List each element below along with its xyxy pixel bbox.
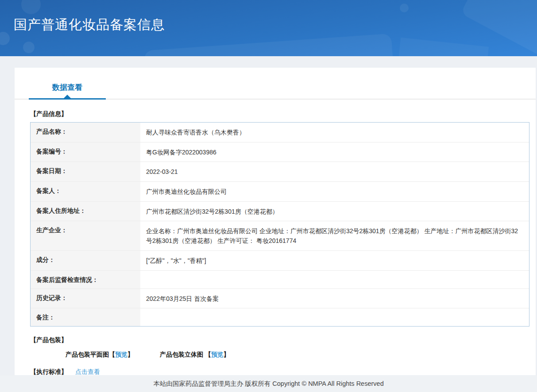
row-value: 2022-03-21 — [140, 162, 529, 181]
row-value — [140, 308, 529, 326]
table-row: 备案后监督检查情况： — [31, 271, 529, 289]
page-title: 国产普通化妆品备案信息 — [14, 16, 165, 34]
standards-view-link[interactable]: 点击查看 — [75, 368, 100, 375]
packaging-flat-label: 产品包装平面图 — [66, 351, 109, 358]
packaging-flat-item: 产品包装平面图【预览】 — [66, 351, 134, 358]
row-value: 2022年03月25日 首次备案 — [140, 289, 529, 308]
row-label: 备案后监督检查情况： — [31, 271, 140, 288]
row-label: 备案人住所地址： — [31, 202, 140, 221]
row-value: 广州市花都区清沙街32号2栋301房（空港花都） — [140, 202, 529, 221]
table-row: 成分： ["乙醇"，"水"，"香精"] — [31, 251, 529, 271]
table-row: 备案日期： 2022-03-21 — [31, 162, 529, 182]
row-label: 成分： — [31, 251, 140, 270]
packaging-stereo-label: 产品包装立体图 — [160, 351, 205, 358]
table-row: 产品名称： 耐人寻味众香寄语香水（乌木樊香） — [31, 123, 529, 142]
tab-data-view-label: 数据查看 — [52, 83, 82, 92]
header-decoration-circle-3 — [23, 42, 35, 53]
header-decoration-polygon-2 — [397, 38, 489, 56]
packaging-flat-preview-link[interactable]: 预览 — [115, 351, 127, 358]
bracket-close: 】 — [224, 351, 230, 358]
row-label: 生产企业： — [31, 221, 140, 250]
header-decoration-circle-2 — [0, 32, 10, 45]
tab-bar: 数据查看 — [15, 68, 536, 100]
row-value: 粤G妆网备字2022003986 — [140, 142, 529, 162]
standards-row: 【执行标准】 点击查看 — [30, 368, 536, 376]
table-row: 备案编号： 粤G妆网备字2022003986 — [31, 142, 529, 162]
header-decoration-band — [144, 34, 396, 56]
row-value: 广州市奥迪丝化妆品有限公司 — [140, 182, 529, 201]
table-row: 历史记录： 2022年03月25日 首次备案 — [31, 289, 529, 309]
page-header: 国产普通化妆品备案信息 — [0, 0, 537, 56]
row-label: 备注： — [31, 308, 140, 326]
row-label: 产品名称： — [31, 123, 140, 142]
header-decoration-circle-4 — [400, 4, 409, 12]
tab-active-triangle-icon — [64, 95, 71, 98]
row-label: 备案人： — [31, 182, 140, 201]
table-row: 备注： — [31, 308, 529, 326]
table-row: 备案人： 广州市奥迪丝化妆品有限公司 — [31, 182, 529, 202]
row-label: 备案日期： — [31, 162, 140, 181]
product-info-section-title: 【产品信息】 — [30, 110, 536, 118]
packaging-section-title: 【产品包装】 — [30, 336, 536, 344]
table-row: 备案人住所地址： 广州市花都区清沙街32号2栋301房（空港花都） — [31, 202, 529, 222]
table-row: 生产企业： 企业名称：广州市奥迪丝化妆品有限公司 企业地址：广州市花都区清沙街3… — [31, 221, 529, 250]
row-value — [140, 271, 529, 288]
packaging-stereo-item: 产品包装立体图 【预览】 — [160, 351, 230, 358]
row-label: 备案编号： — [31, 142, 140, 162]
packaging-links-row: 产品包装平面图【预览】 产品包装立体图 【预览】 — [66, 351, 536, 359]
page-footer: 本站由国家药品监督管理局主办 版权所有 Copyright © NMPA All… — [0, 376, 537, 392]
header-decoration-circle-1 — [21, 0, 41, 14]
footer-copyright-text: 本站由国家药品监督管理局主办 版权所有 Copyright © NMPA All… — [153, 380, 383, 387]
bracket-open: 【 — [109, 351, 115, 358]
bracket-close: 】 — [127, 351, 134, 358]
row-value: ["乙醇"，"水"，"香精"] — [140, 251, 529, 270]
bracket-open: 【 — [205, 351, 211, 358]
row-label: 历史记录： — [31, 289, 140, 308]
packaging-stereo-preview-link[interactable]: 预览 — [211, 351, 224, 358]
row-value: 耐人寻味众香寄语香水（乌木樊香） — [140, 123, 529, 142]
tab-data-view[interactable]: 数据查看 — [29, 82, 106, 100]
standards-section-title: 【执行标准】 — [30, 368, 67, 376]
row-value: 企业名称：广州市奥迪丝化妆品有限公司 企业地址：广州市花都区清沙街32号2栋30… — [140, 221, 529, 250]
content-panel: 数据查看 【产品信息】 产品名称： 耐人寻味众香寄语香水（乌木樊香） 备案编号：… — [15, 68, 536, 375]
product-info-table: 产品名称： 耐人寻味众香寄语香水（乌木樊香） 备案编号： 粤G妆网备字20220… — [30, 122, 529, 327]
